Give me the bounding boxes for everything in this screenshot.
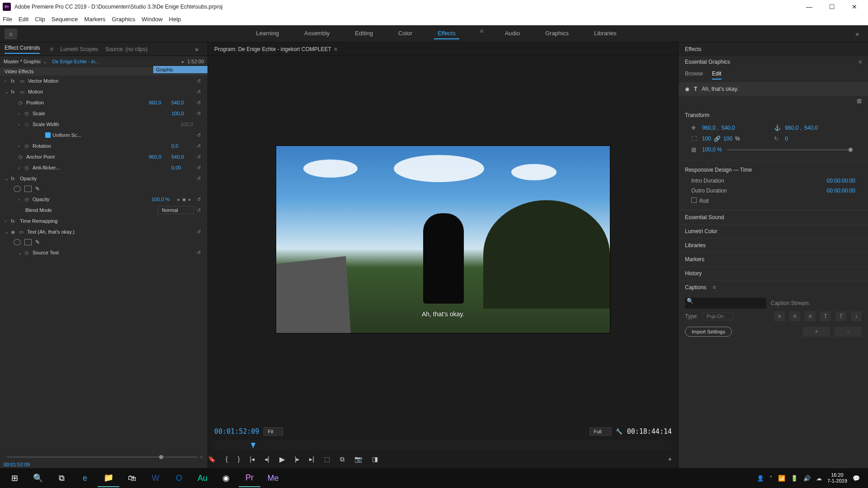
play-icon[interactable]: ▸ [182, 59, 184, 65]
fx-icon[interactable]: fx [11, 89, 18, 94]
quality-dropdown[interactable]: Full [590, 427, 611, 436]
ec-zoom-slider[interactable] [7, 456, 197, 458]
tf-anchor-y[interactable]: 540,0 [804, 125, 818, 131]
reset-icon[interactable]: ↺ [194, 132, 203, 138]
maximize-button[interactable]: ☐ [825, 3, 839, 10]
search-icon[interactable]: 🔍 [27, 469, 49, 487]
text-style-icon[interactable]: T [820, 311, 831, 321]
store-icon[interactable]: 🛍 [121, 469, 143, 487]
captions-menu-icon[interactable]: ≡ [712, 284, 716, 291]
reset-icon[interactable]: ↺ [194, 165, 203, 171]
align-left-icon[interactable]: ≡ [774, 311, 785, 321]
ec-anchor-x[interactable]: 960,0 [149, 154, 171, 160]
reset-icon[interactable]: ↺ [194, 207, 203, 213]
explorer-icon[interactable]: 📁 [98, 469, 119, 487]
prev-key-icon[interactable]: ◂ [177, 197, 179, 202]
reset-icon[interactable]: ↺ [194, 250, 203, 256]
eye-icon[interactable]: ◉ [685, 86, 689, 92]
chevron-down-icon[interactable]: ⌄ [43, 59, 47, 65]
stopwatch-icon[interactable]: ◷ [18, 154, 23, 160]
add-key-icon[interactable]: ◆ [182, 197, 186, 202]
ec-antiflicker-val[interactable]: 0,00 [171, 165, 194, 170]
fx-icon[interactable]: fx [11, 78, 18, 84]
twirl-icon[interactable]: ⌄ [5, 176, 11, 182]
export-frame-icon[interactable]: 📷 [354, 455, 362, 463]
tf-scale[interactable]: 100 [702, 136, 711, 142]
people-icon[interactable]: 👤 [757, 475, 764, 482]
outro-value[interactable]: 00:00:00:00 [827, 188, 855, 194]
mask-pen-icon[interactable]: ✎ [35, 186, 40, 192]
twirl-icon[interactable]: › [18, 165, 24, 170]
ec-source-text[interactable]: Source Text [31, 250, 194, 255]
tf-pos-y[interactable]: 540,0 [722, 125, 735, 131]
ec-current-time[interactable]: 00:01:52:09 [4, 462, 30, 467]
essential-menu-icon[interactable]: ≡ [859, 59, 862, 65]
task-view-icon[interactable]: ⧉ [51, 469, 72, 487]
ec-sequence-link[interactable]: De Enige Echte - in... [52, 59, 99, 64]
stopwatch-icon[interactable]: ◷ [24, 111, 29, 117]
go-to-out-icon[interactable]: ▸| [309, 455, 314, 463]
program-monitor[interactable]: Ah, that's okay. [208, 56, 678, 423]
workspace-effects-menu-icon[interactable]: ≡ [480, 28, 483, 39]
minimize-button[interactable]: — [802, 3, 816, 10]
mask-ellipse-icon[interactable] [14, 186, 21, 192]
section-essential-sound[interactable]: Essential Sound [679, 210, 868, 224]
go-to-in-icon[interactable]: |◂ [250, 455, 255, 463]
twirl-icon[interactable]: ⌄ [18, 250, 24, 256]
section-lumetri-color[interactable]: Lumetri Color [679, 224, 868, 238]
left-overflow-icon[interactable]: » [195, 46, 203, 53]
tray-up-icon[interactable]: ˄ [769, 475, 773, 482]
workspace-assembly[interactable]: Assembly [301, 28, 333, 39]
lift-icon[interactable]: ⬚ [324, 455, 330, 463]
tab-edit[interactable]: Edit [712, 70, 722, 80]
word-icon[interactable]: W [145, 469, 166, 487]
ec-text-layer[interactable]: Text (Ah, that's okay.) [25, 229, 194, 235]
layer-text[interactable]: Ah, that's okay. [702, 86, 738, 92]
tab-effects-right[interactable]: Effects [679, 42, 868, 56]
onedrive-icon[interactable]: ☁ [816, 475, 822, 482]
stopwatch-icon[interactable]: ◷ [24, 250, 29, 256]
tf-opacity[interactable]: 100,0 % [702, 146, 722, 153]
workspace-effects[interactable]: Effects [434, 28, 459, 39]
play-button[interactable]: ▶ [279, 455, 285, 464]
fx-icon[interactable]: fx [11, 176, 18, 181]
step-forward-icon[interactable]: |▸ [295, 455, 300, 463]
ec-opacity[interactable]: Opacity [18, 176, 194, 181]
ec-position-y[interactable]: 540,0 [171, 100, 194, 105]
twirl-icon[interactable]: › [5, 78, 11, 84]
effect-controls-menu-icon[interactable]: ≡ [50, 46, 53, 52]
reset-icon[interactable]: ↺ [194, 78, 203, 84]
edge-icon[interactable]: e [74, 469, 96, 487]
mask-rect-icon[interactable] [24, 186, 32, 192]
playhead-icon[interactable] [251, 443, 255, 448]
section-libraries[interactable]: Libraries [679, 238, 868, 252]
premiere-icon[interactable]: Pr [239, 469, 260, 487]
comparison-icon[interactable]: ◨ [372, 455, 378, 463]
media-encoder-icon[interactable]: Me [262, 469, 284, 487]
caption-add-button[interactable]: + [803, 327, 830, 337]
caption-search[interactable]: 🔍 [685, 298, 766, 309]
program-scrubber[interactable] [214, 440, 672, 450]
ec-opacity-val[interactable]: 100,0 % [151, 197, 174, 202]
intro-value[interactable]: 00:00:00:00 [827, 178, 855, 184]
chrome-icon[interactable]: ◉ [215, 469, 237, 487]
outlook-icon[interactable]: O [168, 469, 190, 487]
twirl-icon[interactable]: ⌄ [5, 89, 11, 95]
settings-wrench-icon[interactable]: 🔧 [616, 428, 623, 435]
twirl-icon[interactable]: › [18, 143, 24, 149]
opacity-slider[interactable] [727, 149, 853, 150]
out-point-icon[interactable]: } [238, 455, 240, 463]
section-history[interactable]: History [679, 266, 868, 280]
reset-icon[interactable]: ↺ [194, 89, 203, 95]
button-editor-icon[interactable]: + [668, 455, 678, 463]
roll-checkbox[interactable] [691, 197, 697, 203]
menu-edit[interactable]: Edit [19, 16, 28, 23]
caption-type-dropdown[interactable]: Pop-On [703, 312, 733, 320]
workspace-editing[interactable]: Editing [351, 28, 377, 39]
in-point-icon[interactable]: { [226, 455, 228, 463]
notifications-icon[interactable]: 💬 [853, 475, 860, 482]
stopwatch-icon[interactable]: ◷ [18, 100, 23, 106]
uniform-scale-checkbox[interactable] [45, 132, 51, 138]
ec-blend-dropdown[interactable]: Normal [158, 206, 194, 214]
twirl-icon[interactable]: ⌄ [5, 229, 11, 235]
